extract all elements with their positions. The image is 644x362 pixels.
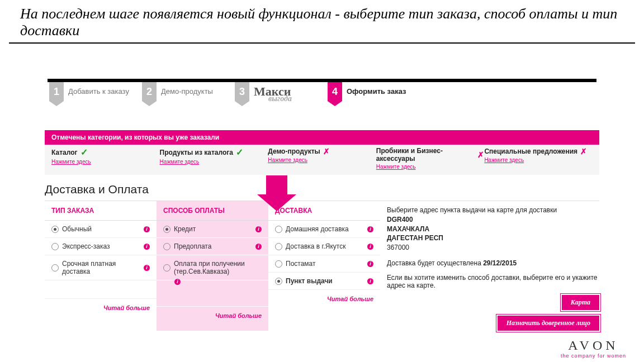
address-code: DGR400 (387, 216, 413, 223)
info-icon[interactable]: i (367, 278, 373, 284)
info-icon[interactable]: i (255, 226, 262, 232)
slide-heading: На последнем шаге появляется новый функц… (9, 0, 635, 44)
address-zip: 367000 (387, 244, 409, 251)
read-more-link[interactable]: Читай больше (45, 299, 157, 317)
avon-tagline: the company for women (561, 353, 626, 359)
option-urgent[interactable]: Срочная платная доставкаi (45, 255, 157, 280)
info-icon[interactable]: i (367, 244, 373, 250)
option-home[interactable]: Домашняя доставкаi (268, 221, 380, 238)
info-icon[interactable]: i (255, 244, 262, 250)
info-icon[interactable]: i (144, 244, 150, 250)
step-1[interactable]: 1Добавить к заказу (45, 79, 138, 107)
step-flag-2: 2 (142, 82, 157, 101)
delivery-column: ДОСТАВКА Домашняя доставкаi Доставка в г… (268, 201, 380, 331)
info-icon[interactable]: i (144, 226, 150, 232)
step-4[interactable]: 4Оформить заказ (323, 79, 416, 107)
category-link[interactable]: Нажмите здесь (484, 157, 524, 163)
delivery-date: Доставка будет осуществлена 29/12/2015 (387, 259, 599, 267)
cross-icon: ✗ (580, 147, 587, 156)
payment-column: СПОСОБ ОПЛАТЫ Кредитi Предоплатаi Оплата… (157, 201, 268, 331)
info-icon[interactable]: i (174, 279, 181, 285)
address-region: ДАГЕСТАН РЕСП (387, 234, 443, 242)
radio-icon (275, 226, 282, 233)
info-icon[interactable]: i (367, 261, 373, 267)
step-flag-3: 3 (235, 82, 249, 101)
info-icon[interactable]: i (144, 265, 150, 271)
section-title: Доставка и Оплата (45, 183, 599, 196)
cross-icon: ✗ (477, 150, 484, 159)
category-item: Каталог✓Нажмите здесь (51, 147, 160, 170)
read-more-link[interactable]: Читай больше (157, 307, 268, 325)
radio-icon (163, 226, 171, 233)
cross-icon: ✗ (323, 147, 330, 156)
avon-logo: AVON (561, 338, 626, 353)
address-city: МАХАЧКАЛА (387, 225, 429, 233)
step-flag-4: 4 (328, 82, 342, 101)
change-info: Если вы хотите изменить способ доставки,… (387, 274, 599, 289)
option-yakutsk[interactable]: Доставка в г.Якутскi (268, 238, 380, 255)
radio-icon (163, 243, 171, 250)
column-header: СПОСОБ ОПЛАТЫ (157, 201, 268, 221)
step-2[interactable]: 2Демо-продукты (138, 79, 230, 107)
option-prepay[interactable]: Предоплатаi (157, 238, 268, 255)
radio-icon (275, 260, 282, 268)
address-column: Выберите адрес пункта выдачи на карте дл… (380, 201, 599, 331)
step-3[interactable]: 3Максивыгода (230, 79, 323, 107)
category-link[interactable]: Нажмите здесь (160, 159, 200, 165)
maxi-label: Максивыгода (254, 84, 291, 99)
step-label: Демо-продукты (161, 87, 213, 96)
option-express[interactable]: Экспресс-заказi (45, 238, 157, 255)
step-tabs: 1Добавить к заказу 2Демо-продукты 3Макси… (45, 77, 599, 107)
option-postamat[interactable]: Постаматi (268, 255, 380, 273)
category-item: Демо-продукты✗Нажмите здесь (268, 147, 376, 170)
radio-icon (163, 264, 171, 272)
category-item: Продукты из каталога✓Нажмите здесь (160, 147, 268, 170)
step-label: Добавить к заказу (68, 87, 129, 96)
ordered-categories-banner: Отмечены категории, из которых вы уже за… (45, 130, 599, 145)
address-intro: Выберите адрес пункта выдачи на карте дл… (387, 206, 599, 215)
highlight-arrow-icon (257, 175, 296, 215)
info-icon[interactable]: i (367, 226, 373, 232)
category-link[interactable]: Нажмите здесь (268, 157, 307, 163)
check-icon: ✓ (236, 147, 243, 158)
option-ordinary[interactable]: Обычныйi (45, 221, 157, 238)
radio-icon (51, 226, 59, 233)
read-more-link[interactable]: Читай больше (268, 290, 380, 308)
order-type-column: ТИП ЗАКАЗА Обычныйi Экспресс-заказi Сроч… (45, 201, 157, 331)
avon-brand: AVON the company for women (561, 338, 626, 359)
categories-row: Каталог✓Нажмите здесь Продукты из катало… (45, 145, 599, 175)
radio-icon (51, 243, 59, 250)
column-header: ТИП ЗАКАЗА (45, 201, 157, 221)
category-link[interactable]: Нажмите здесь (376, 164, 416, 170)
map-button[interactable]: Карта (562, 295, 599, 310)
option-pickup[interactable]: Пункт выдачиi (268, 273, 380, 290)
radio-icon (51, 264, 59, 272)
radio-icon (275, 243, 282, 250)
option-credit[interactable]: Кредитi (157, 221, 268, 238)
check-icon: ✓ (80, 147, 88, 158)
category-item: Пробники и Бизнес-аксессуары✗Нажмите зде… (376, 147, 485, 170)
radio-icon (275, 278, 282, 285)
step-flag-1: 1 (49, 82, 64, 101)
step-label: Оформить заказ (347, 87, 406, 96)
category-link[interactable]: Нажмите здесь (51, 159, 91, 165)
proxy-button[interactable]: Назначить доверенное лицо (498, 316, 599, 331)
category-item: Специальные предложения✗Нажмите здесь (484, 147, 593, 170)
